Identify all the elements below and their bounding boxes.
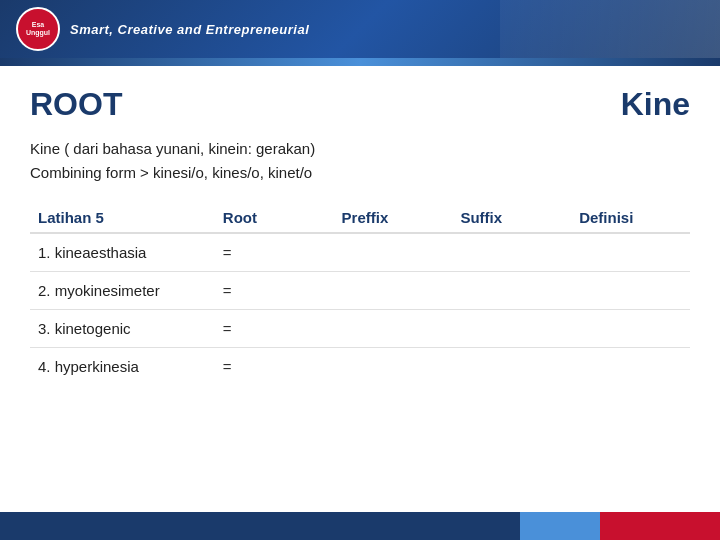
col-header-prefix: Preffix [334, 203, 453, 233]
cell-suffix-2 [452, 310, 571, 348]
main-content: ROOT Kine Kine ( dari bahasa yunani, kin… [0, 66, 720, 395]
title-row: ROOT Kine [30, 86, 690, 123]
col-header-definisi: Definisi [571, 203, 690, 233]
header-tagline: Smart, Creative and Entrepreneurial [70, 22, 309, 37]
header-bottom-bar [0, 58, 720, 66]
col-header-suffix: Suffix [452, 203, 571, 233]
footer-blue [0, 512, 520, 540]
cell-prefix-3 [334, 348, 453, 386]
cell-term-2: 3. kinetogenic [30, 310, 215, 348]
footer [0, 512, 720, 540]
cell-definisi-1 [571, 272, 690, 310]
description-line2: Combining form > kinesi/o, kines/o, kine… [30, 161, 690, 185]
header-right-decoration [500, 0, 720, 58]
cell-eq-2: = [215, 310, 334, 348]
cell-definisi-2 [571, 310, 690, 348]
col-header-latihan: Latihan 5 [30, 203, 215, 233]
cell-term-0: 1. kineaesthasia [30, 233, 215, 272]
cell-suffix-0 [452, 233, 571, 272]
table-row: 2. myokinesimeter = [30, 272, 690, 310]
footer-red [600, 512, 720, 540]
cell-definisi-0 [571, 233, 690, 272]
cell-eq-1: = [215, 272, 334, 310]
cell-prefix-1 [334, 272, 453, 310]
table-row: 1. kineaesthasia = [30, 233, 690, 272]
cell-term-1: 2. myokinesimeter [30, 272, 215, 310]
logo-circle: EsaUnggul [16, 7, 60, 51]
cell-eq-0: = [215, 233, 334, 272]
kine-title: Kine [621, 86, 690, 123]
logo-area: EsaUnggul Smart, Creative and Entreprene… [16, 7, 309, 51]
cell-term-3: 4. hyperkinesia [30, 348, 215, 386]
exercise-table: Latihan 5 Root Preffix Suffix Definisi 1… [30, 203, 690, 385]
logo-text: EsaUnggul [26, 21, 50, 36]
cell-prefix-2 [334, 310, 453, 348]
col-header-root: Root [215, 203, 334, 233]
cell-suffix-1 [452, 272, 571, 310]
table-row: 3. kinetogenic = [30, 310, 690, 348]
header: EsaUnggul Smart, Creative and Entreprene… [0, 0, 720, 58]
description-block: Kine ( dari bahasa yunani, kinein: gerak… [30, 137, 690, 185]
root-title: ROOT [30, 86, 122, 123]
cell-eq-3: = [215, 348, 334, 386]
cell-prefix-0 [334, 233, 453, 272]
cell-suffix-3 [452, 348, 571, 386]
footer-mid [520, 512, 600, 540]
description-line1: Kine ( dari bahasa yunani, kinein: gerak… [30, 137, 690, 161]
table-row: 4. hyperkinesia = [30, 348, 690, 386]
cell-definisi-3 [571, 348, 690, 386]
